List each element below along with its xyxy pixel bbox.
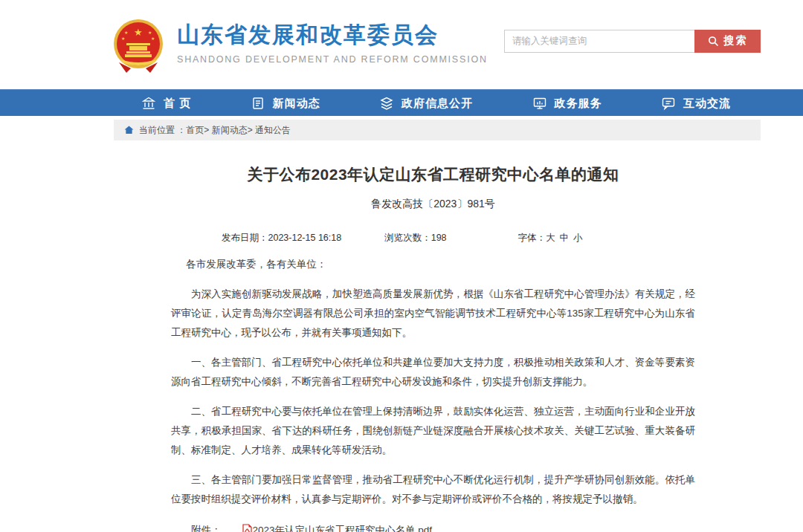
main-nav: 首 页 新闻动态 政府信息公开: [0, 89, 803, 116]
nav-label: 首 页: [164, 97, 191, 111]
national-emblem-logo: ★ ★ ★ ★ ★: [112, 16, 165, 76]
search-box: 搜索: [504, 30, 761, 53]
salutation: 各市发展改革委，各有关单位：: [171, 255, 695, 274]
magnifier-icon: [708, 36, 719, 47]
attachment-label: 附件：: [191, 525, 222, 532]
breadcrumb[interactable]: 当前位置 ：首页> 新闻动态> 通知公告: [124, 124, 291, 137]
search-input[interactable]: [504, 30, 694, 53]
chat-bubble-icon: [661, 96, 676, 111]
svg-text:★: ★: [124, 30, 128, 35]
font-size-large[interactable]: 大: [546, 233, 555, 243]
search-button[interactable]: 搜索: [694, 30, 761, 53]
breadcrumb-strip: 当前位置 ：首页> 新闻动态> 通知公告: [114, 120, 761, 140]
site-subtitle: SHANDONG DEVELOPMENT AND REFORM COMMISSI…: [177, 54, 488, 65]
site-title: 山东省发展和改革委员会: [177, 22, 488, 48]
brand: ★ ★ ★ ★ ★ 山东省发展和改革委员会 SHANDONG DEVELOPME…: [112, 16, 488, 76]
nav-item-services[interactable]: 政务服务: [532, 96, 602, 111]
svg-text:★: ★: [148, 30, 152, 35]
search-button-label: 搜索: [724, 34, 748, 48]
nav-item-gov-info[interactable]: 政府信息公开: [379, 96, 473, 111]
nav-item-news[interactable]: 新闻动态: [251, 96, 320, 111]
nav-label: 政府信息公开: [402, 97, 473, 111]
stacked-layers-icon: [379, 96, 394, 111]
svg-text:★: ★: [121, 36, 125, 41]
nav-item-home[interactable]: 首 页: [141, 96, 191, 111]
document-body: 各市发展改革委，各有关单位： 为深入实施创新驱动发展战略，加快塑造高质量发展新优…: [171, 255, 695, 532]
svg-text:★: ★: [134, 27, 143, 38]
paragraph-2: 一、各主管部门、省工程研究中心依托单位和共建单位要加大支持力度，积极推动相关政策…: [171, 353, 695, 392]
paragraph-3: 二、省工程研究中心要与依托单位在管理上保持清晰边界，鼓励实体化运营、独立运营，主…: [171, 402, 695, 460]
monitor-icon: [532, 96, 547, 111]
view-count-value: 198: [431, 233, 447, 243]
home-icon: [124, 126, 134, 134]
paragraph-4: 三、各主管部门要加强日常监督管理，推动省工程研究中心不断优化运行机制，提升产学研…: [171, 470, 695, 509]
newspaper-icon: [251, 96, 265, 111]
font-size-widget: 字体：大中小: [518, 232, 587, 244]
document-number: 鲁发改高技〔2023〕981号: [171, 198, 695, 211]
nav-label: 新闻动态: [273, 97, 320, 111]
publish-date-label: 发布日期：: [222, 233, 268, 243]
nav-item-interaction[interactable]: 互动交流: [661, 96, 731, 111]
svg-text:★: ★: [151, 36, 155, 41]
nav-label: 政务服务: [555, 97, 602, 111]
view-count-label: 浏览次数：: [384, 233, 431, 243]
attachment-row: 附件： 2023年认定山东省工程研究中心名单.pdf: [171, 521, 695, 532]
publish-date: 发布日期：2023-12-15 16:18: [222, 232, 341, 244]
bank-building-icon: [141, 96, 156, 111]
pdf-file-icon: [222, 522, 252, 532]
publish-date-value: 2023-12-15 16:18: [268, 233, 342, 243]
paragraph-1: 为深入实施创新驱动发展战略，加快塑造高质量发展新优势，根据《山东省工程研究中心管…: [171, 285, 695, 343]
attachment-link[interactable]: 2023年认定山东省工程研究中心名单.pdf: [253, 525, 433, 532]
breadcrumb-text: 当前位置 ：首页> 新闻动态> 通知公告: [139, 124, 291, 137]
font-size-medium[interactable]: 中: [560, 233, 570, 243]
document: 关于公布2023年认定山东省工程研究中心名单的通知 鲁发改高技〔2023〕981…: [171, 140, 695, 532]
site-header: ★ ★ ★ ★ ★ 山东省发展和改革委员会 SHANDONG DEVELOPME…: [0, 0, 803, 89]
view-count: 浏览次数：198: [384, 232, 446, 244]
font-size-label: 字体：: [518, 233, 546, 243]
nav-label: 互动交流: [683, 97, 731, 111]
document-title: 关于公布2023年认定山东省工程研究中心名单的通知: [171, 164, 695, 185]
font-size-small[interactable]: 小: [573, 233, 583, 243]
document-meta: 发布日期：2023-12-15 16:18 浏览次数：198 字体：大中小: [171, 232, 695, 244]
